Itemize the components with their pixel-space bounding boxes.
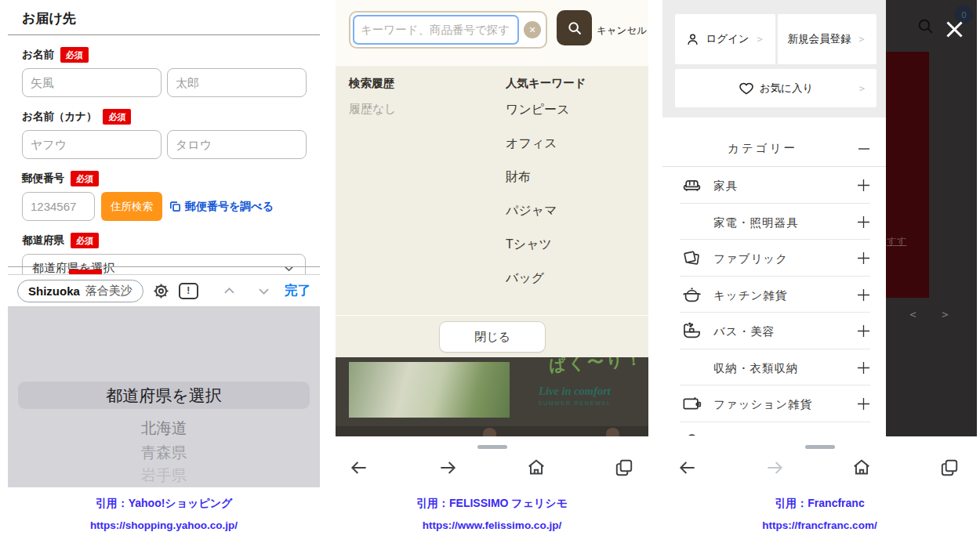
category-row-storage[interactable]: 収納・衣類収納 [662,349,886,386]
postal-code-label: 郵便番号 [22,172,64,186]
back-icon[interactable] [677,458,698,478]
search-input[interactable] [353,15,519,45]
keyboard-toolbar: Shizuoka 落合美沙 ! 完了 [8,274,320,307]
picker-option[interactable]: 岩手県 [8,465,320,486]
picker-option[interactable]: 青森県 [8,442,320,463]
cancel-button[interactable]: キャンセル [597,24,647,38]
search-history-title: 検索履歴 [349,76,394,91]
category-row-kitchen[interactable]: キッチン雑貨 [662,277,886,313]
title-divider [8,34,320,35]
close-icon[interactable] [942,17,967,42]
keyword-link[interactable]: 財布 [506,169,531,186]
address-search-button[interactable]: 住所検索 [101,192,162,221]
category-row-furniture[interactable]: 家具 [662,167,886,204]
source-url: https://www.felissimo.co.jp/ [336,519,648,531]
category-list: 家具 家電・照明器具 ファブリック キッチン雑貨 [662,167,886,436]
postal-code-input[interactable] [22,192,95,221]
tabs-icon[interactable] [939,458,960,478]
home-icon[interactable] [851,458,872,478]
drag-handle[interactable] [805,445,835,449]
browser-nav-bar [336,436,648,487]
drag-handle[interactable] [477,445,507,449]
plus-icon[interactable] [857,324,870,338]
keyboard-name-chip[interactable]: Shizuoka 落合美沙 [17,280,143,302]
category-row-appliances[interactable]: 家電・照明器具 [662,204,886,241]
source-url: https://francfranc.com/ [662,519,977,531]
source-caption: 引用：Yahoo!ショッピング https://shopping.yahoo.c… [8,497,320,531]
search-icon [566,20,583,37]
done-button[interactable]: 完了 [285,282,310,299]
category-row-partial [662,422,886,436]
shipping-form: お届け先 お名前 必須 お名前（カナ） 必須 郵便番号 必須 [8,0,320,274]
browser-nav-bar [662,436,977,487]
chevron-up-icon[interactable] [222,284,237,299]
menu-drawer: ログイン ＞ 新規会員登録 ＞ お気に入り ＞ カテゴリー [662,0,886,436]
search-bar: ✕ キャンセル [336,0,648,66]
chevron-down-icon[interactable] [256,284,271,299]
first-name-input[interactable] [167,68,307,97]
source-caption: 引用：FELISSIMO フェリシモ https://www.felissimo… [336,497,648,531]
close-button[interactable]: 閉じる [439,321,546,353]
category-header[interactable]: カテゴリー [662,132,886,166]
back-icon[interactable] [349,458,369,478]
plus-icon[interactable] [857,361,870,375]
login-button[interactable]: ログイン ＞ [675,14,775,64]
source-title: 引用：FELISSIMO フェリシモ [336,497,648,511]
home-icon[interactable] [526,458,546,478]
picker-selected-row[interactable]: 都道府県を選択 [18,382,310,409]
kana-label: お名前（カナ） [22,110,96,124]
user-icon [685,32,700,47]
plus-icon[interactable] [857,397,870,411]
keyword-link[interactable]: バッグ [506,270,544,287]
category-row-bath[interactable]: バス・美容 [662,313,886,349]
carousel-next-icon: ＞ [939,307,951,322]
first-name-kana-input[interactable] [167,130,307,159]
francfranc-menu-panel: ログイン ＞ 新規会員登録 ＞ お気に入り ＞ カテゴリー [662,0,977,550]
dimmed-page-overlay: 0 すす ＜ ＞ [886,0,977,436]
search-button[interactable] [557,10,592,45]
sofa-icon [681,175,702,196]
screenshot-stage: お届け先 お名前 必須 お名前（カナ） 必須 郵便番号 必須 [0,0,980,550]
register-button[interactable]: 新規会員登録 ＞ [778,14,877,64]
category-row-fabric[interactable]: ファブリック [662,240,886,277]
picker-option[interactable]: 北海道 [8,418,320,439]
required-badge: 必須 [71,171,99,186]
popular-keywords-title: 人気キーワード [506,76,586,91]
clear-icon[interactable]: ✕ [524,21,541,38]
plus-icon[interactable] [857,251,870,265]
keyword-link[interactable]: パジャマ [506,203,557,219]
wallet-icon [681,393,702,414]
dimmed-promo-banner: ぱく〜り！ Live in comfort SUMMER RENEWAL [336,357,648,436]
keyword-link[interactable]: Tシャツ [506,237,552,253]
carousel-prev-icon: ＜ [907,307,919,322]
prefecture-picker-wheel[interactable]: 都道府県を選択 北海道 青森県 岩手県 [8,307,320,487]
collapse-minus-icon[interactable] [858,143,870,155]
plus-icon[interactable] [857,288,870,302]
plus-icon[interactable] [857,179,870,192]
viewport-cut-divider [8,266,320,267]
postal-lookup-link[interactable]: 郵便番号を調べる [169,200,274,214]
promo-photo [349,362,510,418]
forward-icon[interactable] [437,458,458,478]
keyword-link[interactable]: オフィス [506,136,557,152]
source-caption: 引用：Francfranc https://francfranc.com/ [662,497,977,531]
forward-icon[interactable] [764,458,785,478]
tabs-icon[interactable] [614,458,634,478]
source-title: 引用：Yahoo!ショッピング [8,497,320,511]
plus-icon[interactable] [857,215,870,229]
chevron-right-icon: ＞ [857,81,867,96]
last-name-input[interactable] [22,68,162,97]
dimmed-hero-image: すす [886,52,929,298]
required-badge: 必須 [103,109,131,125]
faded-link-text: すす [887,235,907,248]
favorites-button[interactable]: お気に入り ＞ [675,69,877,107]
required-badge: 必須 [60,47,89,63]
chevron-down-icon [282,262,296,275]
keyword-link[interactable]: ワンピース [506,102,570,118]
gear-icon[interactable] [152,282,170,300]
last-name-kana-input[interactable] [22,130,162,159]
history-empty-text: 履歴なし [349,102,397,117]
search-field-container: ✕ [349,11,547,49]
category-row-fashion[interactable]: ファッション雑貨 [662,385,886,422]
feedback-icon[interactable]: ! [179,283,198,299]
